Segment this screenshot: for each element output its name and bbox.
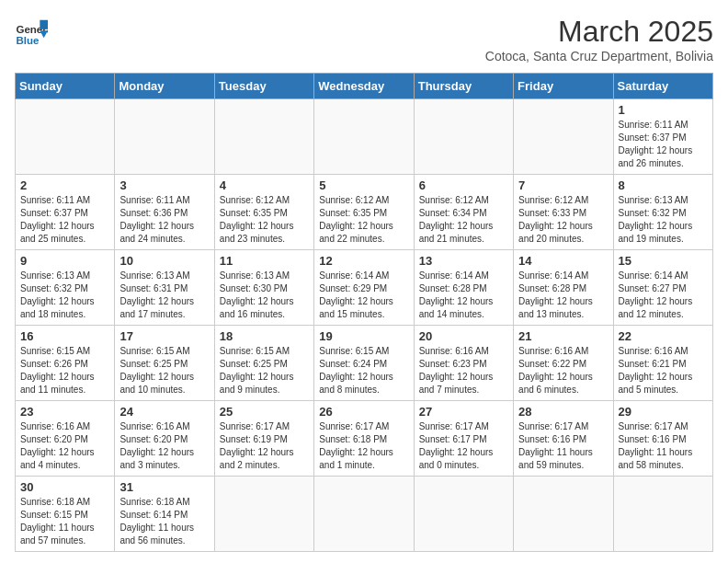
- day-info: Sunrise: 6:17 AM Sunset: 6:19 PM Dayligh…: [220, 420, 309, 472]
- calendar-cell: [115, 99, 214, 175]
- calendar-week-row: 2Sunrise: 6:11 AM Sunset: 6:37 PM Daylig…: [16, 175, 713, 250]
- day-info: Sunrise: 6:12 AM Sunset: 6:35 PM Dayligh…: [319, 194, 408, 246]
- calendar-table: SundayMondayTuesdayWednesdayThursdayFrid…: [15, 73, 713, 552]
- calendar-cell: 11Sunrise: 6:13 AM Sunset: 6:30 PM Dayli…: [214, 250, 313, 326]
- day-number: 19: [319, 329, 408, 343]
- svg-marker-2: [40, 20, 48, 29]
- calendar-week-row: 1Sunrise: 6:11 AM Sunset: 6:37 PM Daylig…: [16, 99, 713, 175]
- day-number: 7: [518, 178, 608, 192]
- day-number: 20: [419, 329, 508, 343]
- day-number: 11: [220, 254, 309, 268]
- day-info: Sunrise: 6:15 AM Sunset: 6:24 PM Dayligh…: [319, 345, 408, 396]
- day-number: 17: [119, 329, 209, 343]
- calendar-cell: 3Sunrise: 6:11 AM Sunset: 6:36 PM Daylig…: [115, 175, 214, 250]
- day-info: Sunrise: 6:14 AM Sunset: 6:28 PM Dayligh…: [518, 270, 608, 321]
- location-title: Cotoca, Santa Cruz Department, Bolivia: [485, 49, 713, 63]
- day-number: 31: [119, 480, 209, 494]
- calendar-cell: 15Sunrise: 6:14 AM Sunset: 6:27 PM Dayli…: [613, 250, 712, 326]
- day-info: Sunrise: 6:14 AM Sunset: 6:27 PM Dayligh…: [619, 270, 708, 321]
- day-number: 9: [20, 254, 109, 268]
- calendar-cell: 24Sunrise: 6:16 AM Sunset: 6:20 PM Dayli…: [115, 401, 214, 477]
- day-number: 27: [419, 405, 508, 419]
- month-title: March 2025: [485, 15, 713, 49]
- day-info: Sunrise: 6:11 AM Sunset: 6:37 PM Dayligh…: [619, 119, 708, 170]
- day-info: Sunrise: 6:16 AM Sunset: 6:20 PM Dayligh…: [119, 420, 209, 472]
- day-number: 6: [419, 178, 508, 192]
- calendar-cell: 14Sunrise: 6:14 AM Sunset: 6:28 PM Dayli…: [514, 250, 613, 326]
- calendar-cell: 2Sunrise: 6:11 AM Sunset: 6:37 PM Daylig…: [16, 175, 115, 250]
- calendar-cell: 6Sunrise: 6:12 AM Sunset: 6:34 PM Daylig…: [414, 175, 513, 250]
- calendar-week-row: 23Sunrise: 6:16 AM Sunset: 6:20 PM Dayli…: [16, 401, 713, 477]
- weekday-header-wednesday: Wednesday: [314, 74, 414, 99]
- day-info: Sunrise: 6:17 AM Sunset: 6:17 PM Dayligh…: [419, 420, 508, 472]
- calendar-cell: 10Sunrise: 6:13 AM Sunset: 6:31 PM Dayli…: [115, 250, 214, 326]
- calendar-cell: 30Sunrise: 6:18 AM Sunset: 6:15 PM Dayli…: [16, 477, 115, 552]
- calendar-cell: 22Sunrise: 6:16 AM Sunset: 6:21 PM Dayli…: [613, 326, 712, 401]
- calendar-week-row: 9Sunrise: 6:13 AM Sunset: 6:32 PM Daylig…: [16, 250, 713, 326]
- calendar-cell: 17Sunrise: 6:15 AM Sunset: 6:25 PM Dayli…: [115, 326, 214, 401]
- day-number: 3: [119, 178, 209, 192]
- calendar-cell: 4Sunrise: 6:12 AM Sunset: 6:35 PM Daylig…: [214, 175, 313, 250]
- day-number: 12: [319, 254, 408, 268]
- weekday-header-tuesday: Tuesday: [214, 74, 313, 99]
- calendar-cell: [214, 99, 313, 175]
- day-info: Sunrise: 6:13 AM Sunset: 6:32 PM Dayligh…: [619, 194, 708, 246]
- calendar-cell: [414, 477, 513, 552]
- day-number: 10: [119, 254, 209, 268]
- day-info: Sunrise: 6:14 AM Sunset: 6:28 PM Dayligh…: [419, 270, 508, 321]
- calendar-cell: 12Sunrise: 6:14 AM Sunset: 6:29 PM Dayli…: [314, 250, 414, 326]
- calendar-cell: [16, 99, 115, 175]
- day-info: Sunrise: 6:13 AM Sunset: 6:31 PM Dayligh…: [119, 270, 209, 321]
- day-info: Sunrise: 6:13 AM Sunset: 6:30 PM Dayligh…: [220, 270, 309, 321]
- calendar-cell: 19Sunrise: 6:15 AM Sunset: 6:24 PM Dayli…: [314, 326, 414, 401]
- day-number: 28: [518, 405, 608, 419]
- weekday-header-sunday: Sunday: [16, 74, 115, 99]
- day-info: Sunrise: 6:17 AM Sunset: 6:16 PM Dayligh…: [619, 420, 708, 472]
- calendar-cell: [314, 99, 414, 175]
- logo-icon: General Blue: [15, 15, 48, 48]
- day-info: Sunrise: 6:18 AM Sunset: 6:15 PM Dayligh…: [20, 496, 109, 547]
- calendar-week-row: 16Sunrise: 6:15 AM Sunset: 6:26 PM Dayli…: [16, 326, 713, 401]
- svg-text:Blue: Blue: [16, 35, 40, 46]
- day-info: Sunrise: 6:16 AM Sunset: 6:21 PM Dayligh…: [619, 345, 708, 396]
- calendar-cell: 16Sunrise: 6:15 AM Sunset: 6:26 PM Dayli…: [16, 326, 115, 401]
- day-info: Sunrise: 6:12 AM Sunset: 6:33 PM Dayligh…: [518, 194, 608, 246]
- calendar-cell: 26Sunrise: 6:17 AM Sunset: 6:18 PM Dayli…: [314, 401, 414, 477]
- calendar-cell: 25Sunrise: 6:17 AM Sunset: 6:19 PM Dayli…: [214, 401, 313, 477]
- calendar-cell: 27Sunrise: 6:17 AM Sunset: 6:17 PM Dayli…: [414, 401, 513, 477]
- calendar-cell: 29Sunrise: 6:17 AM Sunset: 6:16 PM Dayli…: [613, 401, 712, 477]
- day-number: 18: [220, 329, 309, 343]
- calendar-cell: 13Sunrise: 6:14 AM Sunset: 6:28 PM Dayli…: [414, 250, 513, 326]
- calendar-cell: 9Sunrise: 6:13 AM Sunset: 6:32 PM Daylig…: [16, 250, 115, 326]
- calendar-cell: [514, 99, 613, 175]
- title-area: March 2025 Cotoca, Santa Cruz Department…: [485, 15, 713, 63]
- day-info: Sunrise: 6:11 AM Sunset: 6:36 PM Dayligh…: [119, 194, 209, 246]
- day-number: 25: [220, 405, 309, 419]
- day-number: 16: [20, 329, 109, 343]
- weekday-header-friday: Friday: [514, 74, 613, 99]
- day-number: 15: [619, 254, 708, 268]
- calendar-cell: 23Sunrise: 6:16 AM Sunset: 6:20 PM Dayli…: [16, 401, 115, 477]
- day-info: Sunrise: 6:14 AM Sunset: 6:29 PM Dayligh…: [319, 270, 408, 321]
- day-info: Sunrise: 6:17 AM Sunset: 6:18 PM Dayligh…: [319, 420, 408, 472]
- day-number: 8: [619, 178, 708, 192]
- calendar-cell: 28Sunrise: 6:17 AM Sunset: 6:16 PM Dayli…: [514, 401, 613, 477]
- day-number: 1: [619, 103, 708, 117]
- day-info: Sunrise: 6:12 AM Sunset: 6:35 PM Dayligh…: [220, 194, 309, 246]
- day-number: 5: [319, 178, 408, 192]
- weekday-header-row: SundayMondayTuesdayWednesdayThursdayFrid…: [16, 74, 713, 99]
- calendar-cell: [314, 477, 414, 552]
- day-info: Sunrise: 6:15 AM Sunset: 6:26 PM Dayligh…: [20, 345, 109, 396]
- day-number: 23: [20, 405, 109, 419]
- day-number: 21: [518, 329, 608, 343]
- day-number: 14: [518, 254, 608, 268]
- calendar-cell: [514, 477, 613, 552]
- day-info: Sunrise: 6:18 AM Sunset: 6:14 PM Dayligh…: [119, 496, 209, 547]
- day-number: 24: [119, 405, 209, 419]
- day-info: Sunrise: 6:16 AM Sunset: 6:23 PM Dayligh…: [419, 345, 508, 396]
- calendar-cell: [414, 99, 513, 175]
- day-info: Sunrise: 6:16 AM Sunset: 6:20 PM Dayligh…: [20, 420, 109, 472]
- day-number: 26: [319, 405, 408, 419]
- day-info: Sunrise: 6:15 AM Sunset: 6:25 PM Dayligh…: [119, 345, 209, 396]
- day-info: Sunrise: 6:13 AM Sunset: 6:32 PM Dayligh…: [20, 270, 109, 321]
